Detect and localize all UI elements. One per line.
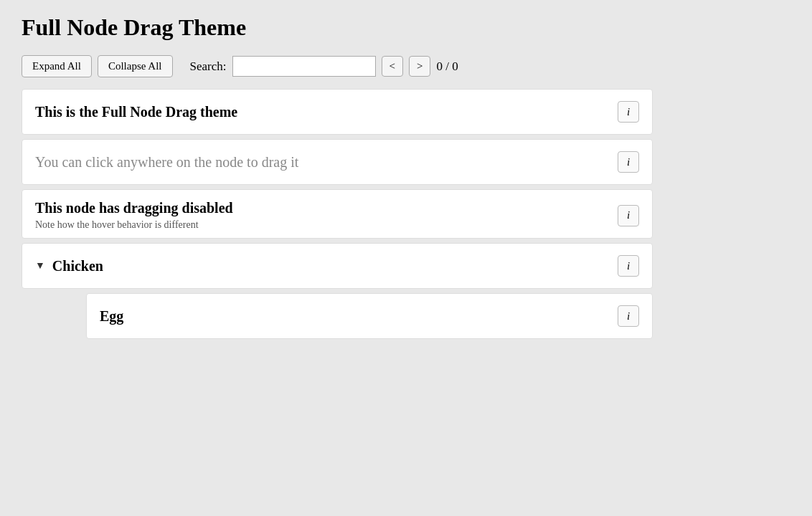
toolbar: Expand All Collapse All Search: < > 0 / … — [22, 55, 790, 77]
node-title: This node has dragging disabled — [35, 200, 233, 216]
tree-node-node1[interactable]: This is the Full Node Drag theme i — [22, 89, 653, 135]
info-button-node4[interactable]: i — [618, 255, 639, 277]
node-title: You can click anywhere on the node to dr… — [35, 154, 298, 171]
node-title: This is the Full Node Drag theme — [35, 104, 237, 120]
tree-node-node5[interactable]: Egg i — [86, 293, 653, 339]
collapse-all-button[interactable]: Collapse All — [98, 55, 173, 77]
node-title: Egg — [100, 308, 123, 325]
tree-node-node2[interactable]: You can click anywhere on the node to dr… — [22, 139, 653, 185]
info-button-node2[interactable]: i — [618, 151, 639, 173]
search-input[interactable] — [232, 56, 376, 77]
search-prev-button[interactable]: < — [382, 56, 403, 77]
search-count: 0 / 0 — [436, 59, 465, 74]
node-subtitle: Note how the hover behavior is different — [35, 219, 199, 231]
search-next-button[interactable]: > — [409, 56, 430, 77]
tree-node-node4[interactable]: ▼ Chicken i — [22, 243, 653, 289]
info-button-node3[interactable]: i — [618, 205, 639, 226]
expand-arrow-icon: ▼ — [35, 260, 45, 272]
page-title: Full Node Drag Theme — [22, 14, 790, 41]
info-button-node5[interactable]: i — [618, 305, 639, 327]
node-title: Chicken — [52, 258, 103, 274]
tree-container: This is the Full Node Drag theme i You c… — [22, 89, 653, 339]
search-label: Search: — [190, 59, 227, 74]
tree-node-node3: This node has dragging disabled Note how… — [22, 189, 653, 239]
info-button-node1[interactable]: i — [618, 101, 639, 123]
expand-all-button[interactable]: Expand All — [22, 55, 92, 77]
